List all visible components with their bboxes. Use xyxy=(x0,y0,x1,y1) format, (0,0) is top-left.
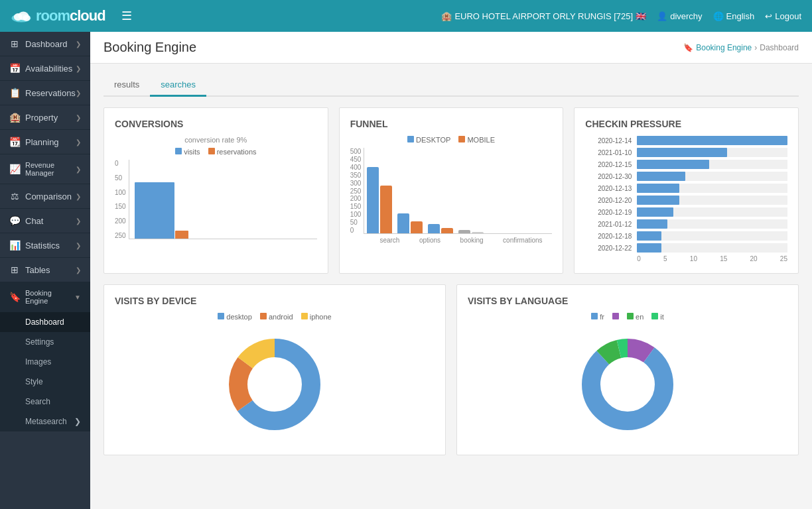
sidebar-item-statistics[interactable]: 📊 Statistics ❯ xyxy=(0,233,90,258)
sidebar-item-property[interactable]: 🏨 Property ❯ xyxy=(0,105,90,130)
funnel-x-labels: search options booking confirmations xyxy=(350,237,553,244)
visits-by-device-chart: Visits by Device desktop android iphone xyxy=(103,284,446,455)
visits-by-language-donut xyxy=(468,325,787,444)
logout-icon: ↩ xyxy=(765,11,772,21)
hbar-row-8: 2020-12-18 xyxy=(585,231,787,241)
chevron-icon: ❯ xyxy=(76,89,81,97)
funnel-chart: FUNNEL DESKTOP MOBILE 0 50 100 150 200 2… xyxy=(339,107,564,274)
svg-point-3 xyxy=(23,15,30,21)
sidebar-sub-item-dashboard[interactable]: Dashboard xyxy=(0,312,90,332)
tab-results[interactable]: results xyxy=(103,74,150,97)
sidebar-item-availabilities[interactable]: 📅 Availabilities ❯ xyxy=(0,56,90,81)
funnel-bars xyxy=(364,148,552,234)
hbar-row-9: 2020-12-22 xyxy=(585,243,787,253)
fr-dot xyxy=(591,313,598,319)
conversions-chart-area: 250 200 150 100 50 0 xyxy=(115,160,317,239)
chevron-icon: ❯ xyxy=(76,217,81,225)
user-info[interactable]: 👤 diverchy xyxy=(657,11,702,21)
funnel-search xyxy=(367,167,392,233)
visits-by-language-title: Visits by Language xyxy=(468,296,787,306)
funnel-booking xyxy=(428,224,453,233)
chevron-icon: ❯ xyxy=(76,266,81,274)
language-selector[interactable]: 🌐 English xyxy=(713,11,755,21)
statistics-icon: 📊 xyxy=(9,240,20,251)
android-dot xyxy=(260,313,267,319)
sidebar-sub-item-images[interactable]: Images xyxy=(0,352,90,372)
page-header: Booking Engine 🔖 Booking Engine › Dashbo… xyxy=(90,32,812,64)
breadcrumb-dashboard: Dashboard xyxy=(760,43,799,52)
search-mobile-bar xyxy=(380,186,392,233)
chevron-icon: ❯ xyxy=(76,193,81,200)
main-content: Booking Engine 🔖 Booking Engine › Dashbo… xyxy=(90,32,812,509)
chevron-icon: ❯ xyxy=(76,166,81,173)
revenue-icon: 📈 xyxy=(9,164,20,174)
menu-toggle[interactable]: ☰ xyxy=(121,9,132,23)
hbar-bar-8 xyxy=(637,231,661,241)
options-desktop-bar xyxy=(397,213,409,233)
sidebar-item-planning[interactable]: 📆 Planning ❯ xyxy=(0,130,90,154)
sidebar-item-tables[interactable]: ⊞ Tables ❯ xyxy=(0,258,90,282)
visits-by-device-legend: desktop android iphone xyxy=(115,313,435,321)
sidebar-label-planning: Planning xyxy=(25,137,59,147)
logo-text: roomcloud xyxy=(36,7,105,25)
sidebar-item-comparison[interactable]: ⚖ Comparison ❯ xyxy=(0,184,90,209)
sidebar-sub-item-search[interactable]: Search xyxy=(0,392,90,412)
sidebar-item-revenue[interactable]: 📈 Revenue Manager ❯ xyxy=(0,154,90,184)
hbar-bar-4 xyxy=(637,184,679,193)
hbar-row-2: 2020-12-15 xyxy=(585,160,787,169)
funnel-options xyxy=(397,213,423,233)
layout: ⊞ Dashboard ❯ 📅 Availabilities ❯ 📋 Reser… xyxy=(0,32,812,509)
iphone-dot xyxy=(301,313,308,319)
visits-bar xyxy=(135,182,174,239)
hbar-row-5: 2020-12-20 xyxy=(585,196,787,205)
chevron-down-icon: ▼ xyxy=(74,294,81,301)
desktop-legend-dot xyxy=(407,136,414,142)
sidebar-label-comparison: Comparison xyxy=(25,192,72,201)
hbar-row-1: 2021-01-10 xyxy=(585,148,787,157)
comparison-icon: ⚖ xyxy=(9,191,20,201)
sidebar-sub-item-style[interactable]: Style xyxy=(0,372,90,392)
breadcrumb-booking-engine: Booking Engine xyxy=(696,43,752,52)
hotel-icon: 🏨 xyxy=(441,11,452,21)
device-donut-svg xyxy=(222,331,328,437)
visits-by-device-title: Visits by Device xyxy=(115,296,435,306)
booking-desktop-bar xyxy=(428,224,440,233)
en-dot xyxy=(627,313,634,319)
logo: roomcloud xyxy=(11,7,105,25)
sidebar-item-chat[interactable]: 💬 Chat ❯ xyxy=(0,209,90,233)
logout-button[interactable]: ↩ Logout xyxy=(765,11,801,21)
tables-icon: ⊞ xyxy=(9,264,20,275)
sidebar-item-dashboard[interactable]: ⊞ Dashboard ❯ xyxy=(0,32,90,56)
language-donut-svg xyxy=(575,331,681,437)
sidebar-label-reservations: Reservations xyxy=(25,88,76,98)
sidebar-label-booking-engine: Booking Engine xyxy=(25,289,74,305)
confirmations-desktop-bar xyxy=(458,230,470,233)
sidebar-item-reservations[interactable]: 📋 Reservations ❯ xyxy=(0,81,90,105)
funnel-y-labels: 0 50 100 150 200 250 300 350 400 450 500 xyxy=(350,148,364,234)
top-charts-grid: CONVERSIONS conversion rate 9% visits re… xyxy=(103,107,799,274)
hbar-row-7: 2021-01-12 xyxy=(585,219,787,229)
visits-by-language-chart: Visits by Language fr en it xyxy=(456,284,799,455)
sidebar-label-availabilities: Availabilities xyxy=(25,64,72,74)
sidebar-item-booking-engine[interactable]: 🔖 Booking Engine ▼ xyxy=(0,282,90,312)
content-area: results searches CONVERSIONS conversion … xyxy=(90,64,812,466)
funnel-title: FUNNEL xyxy=(350,119,553,129)
breadcrumb-icon: 🔖 xyxy=(683,43,693,52)
tab-searches[interactable]: searches xyxy=(150,74,206,97)
hbar-bar-2 xyxy=(637,160,709,169)
sidebar-sub-item-metasearch[interactable]: Metasearch ❯ xyxy=(0,412,90,431)
topbar: roomcloud ☰ 🏨 EURO HOTEL AIRPORT ORLY RU… xyxy=(0,0,812,32)
sidebar-label-statistics: Statistics xyxy=(25,241,60,251)
breadcrumb: 🔖 Booking Engine › Dashboard xyxy=(683,43,799,52)
chevron-icon: ❯ xyxy=(76,40,81,48)
conversions-title: CONVERSIONS xyxy=(115,119,317,129)
visits-by-language-legend: fr en it xyxy=(468,313,787,321)
bottom-charts-grid: Visits by Device desktop android iphone xyxy=(103,284,799,455)
hbar-bar-6 xyxy=(637,207,673,217)
options-mobile-bar xyxy=(411,221,423,233)
it-dot xyxy=(651,313,658,319)
booking-engine-submenu: Dashboard Settings Images Style Search M… xyxy=(0,312,90,431)
hotel-info: 🏨 EURO HOTEL AIRPORT ORLY RUNGIS [725] 🇬… xyxy=(441,11,646,21)
checkin-pressure-x-labels: 0 5 10 15 20 25 xyxy=(585,255,787,262)
sidebar-sub-item-settings[interactable]: Settings xyxy=(0,332,90,352)
